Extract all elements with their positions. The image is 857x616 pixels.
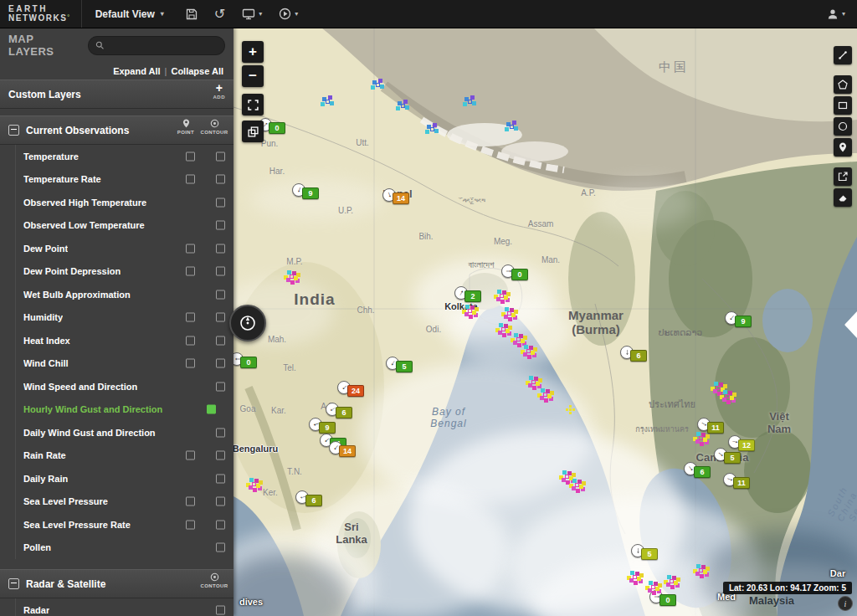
contour-checkbox[interactable] [216,151,225,161]
contour-checkbox[interactable] [207,405,216,414]
contour-checkbox[interactable] [216,474,225,483]
lightning-cluster[interactable] [469,100,471,103]
erase-shapes-button[interactable] [834,188,852,207]
layer-row-hourly-wind-gust-and-direction[interactable]: Hourly Wind Gust and Direction [0,398,233,422]
wind-gust-badge[interactable]: 6 [305,495,322,506]
wind-gust-badge[interactable]: 14 [393,192,409,204]
section-radar-satellite[interactable]: Radar & Satellite CONTOUR [0,569,233,598]
wind-gust-badge[interactable]: 5 [396,361,413,372]
wind-gust-badge[interactable]: 9 [302,187,319,199]
section-custom-layers[interactable]: Custom Layers + ADD [0,80,233,109]
layer-row-daily-rain[interactable]: Daily Rain [0,467,233,490]
lightning-cluster[interactable] [326,100,329,103]
map-canvas[interactable]: 中国IndiaMyanmar (Burma)NepalKolkataবাংলাদ… [233,28,857,616]
layer-row-temperature[interactable]: Temperature [0,145,233,168]
point-checkbox[interactable] [186,520,195,529]
display-mode-button[interactable]: ▾ [242,8,262,20]
layer-row-wind-speed-and-direction[interactable]: Wind Speed and Direction [0,375,233,398]
collapse-all-link[interactable]: Collapse All [171,66,223,76]
contour-checkbox[interactable] [216,336,225,345]
point-checkbox[interactable] [186,175,195,184]
layer-row-observed-high-temperature[interactable]: Observed High Temperature [0,191,233,214]
point-checkbox[interactable] [186,313,195,322]
draw-polygon-button[interactable] [834,75,852,94]
wind-gust-badge[interactable]: 2 [464,290,481,302]
layer-row-wet-bulb-approximation[interactable]: Wet Bulb Approximation [0,283,233,306]
wind-gust-badge[interactable]: 6 [336,407,352,418]
layer-row-radar[interactable]: Radar [0,598,233,616]
draw-rectangle-button[interactable] [834,96,852,115]
lightning-cluster[interactable] [566,475,568,478]
point-checkbox[interactable] [186,267,195,276]
lightning-cluster[interactable] [700,437,702,439]
layer-row-wind-chill[interactable]: Wind Chill [0,352,233,376]
search-input[interactable] [109,39,218,51]
compass-recenter-button[interactable] [229,305,266,341]
layer-row-sea-level-pressure-rate[interactable]: Sea Level Pressure Rate [0,513,233,536]
point-checkbox[interactable] [186,336,195,345]
lightning-cluster[interactable] [670,580,673,583]
wind-gust-badge[interactable]: 6 [694,466,711,478]
lightning-cluster[interactable] [502,328,505,331]
wind-gust-badge[interactable]: 5 [641,548,658,560]
lightning-cluster[interactable] [431,128,434,131]
contour-checkbox[interactable] [216,221,225,230]
point-checkbox[interactable] [186,451,195,460]
zoom-in-button[interactable]: + [242,41,264,63]
lightning-cluster[interactable] [508,312,511,315]
lightning-cluster[interactable] [576,484,578,486]
lightning-cluster[interactable] [253,483,255,485]
zoom-out-button[interactable]: − [242,65,264,87]
contour-checkbox[interactable] [216,428,225,437]
basemap-switcher-button[interactable] [242,121,264,142]
wind-gust-badge[interactable]: 0 [240,357,257,368]
add-custom-layer-button[interactable]: + ADD [213,82,226,100]
layer-row-daily-wind-gust-and-direction[interactable]: Daily Wind Gust and Direction [0,421,233,444]
layer-row-dew-point[interactable]: Dew Point [0,237,233,260]
lightning-cluster[interactable] [652,586,654,588]
wind-gust-badge[interactable]: 11 [733,477,750,489]
export-shape-button[interactable] [834,167,852,186]
wind-gust-badge[interactable]: 24 [347,385,364,397]
lightning-cluster[interactable] [500,295,503,297]
lightning-cluster[interactable] [717,387,720,389]
layer-row-observed-low-temperature[interactable]: Observed Low Temperature [0,214,233,238]
point-checkbox[interactable] [186,244,195,253]
wind-gust-badge[interactable]: 12 [738,439,755,451]
wind-gust-badge[interactable]: 0 [659,594,676,606]
contour-checkbox[interactable] [216,290,225,299]
wind-gust-badge[interactable]: 14 [339,445,356,457]
lightning-cluster[interactable] [700,569,702,572]
lightning-cluster[interactable] [569,408,572,411]
user-menu-button[interactable]: ▾ [827,8,845,20]
layer-row-rain-rate[interactable]: Rain Rate [0,444,233,468]
lightning-cluster[interactable] [377,84,379,86]
expand-all-link[interactable]: Expand All [113,66,160,76]
contour-checkbox[interactable] [216,175,225,184]
lightning-cluster[interactable] [726,395,729,398]
playback-button[interactable]: ▾ [279,8,298,20]
save-view-button[interactable] [186,8,198,20]
contour-checkbox[interactable] [216,543,225,552]
layer-row-humidity[interactable]: Humidity [0,306,233,330]
contour-checkbox[interactable] [216,520,225,529]
contour-checkbox[interactable] [216,198,225,207]
point-checkbox[interactable] [186,359,195,368]
wind-gust-badge[interactable]: 0 [269,122,285,134]
lightning-cluster[interactable] [511,126,513,128]
draw-circle-button[interactable] [834,117,852,136]
layer-row-sea-level-pressure[interactable]: Sea Level Pressure [0,490,233,514]
contour-checkbox[interactable] [216,313,225,322]
contour-checkbox[interactable] [216,497,225,506]
contour-checkbox[interactable] [216,451,225,460]
point-checkbox[interactable] [186,151,195,161]
info-button[interactable]: i [838,596,853,611]
layer-row-temperature-rate[interactable]: Temperature Rate [0,168,233,192]
layer-row-dew-point-depression[interactable]: Dew Point Depression [0,260,233,284]
contour-checkbox[interactable] [216,359,225,368]
measure-tool-button[interactable] [834,46,852,64]
contour-checkbox[interactable] [216,267,225,276]
wind-gust-badge[interactable]: 6 [630,350,647,362]
layer-row-heat-index[interactable]: Heat Index [0,329,233,352]
contour-checkbox[interactable] [216,382,225,391]
